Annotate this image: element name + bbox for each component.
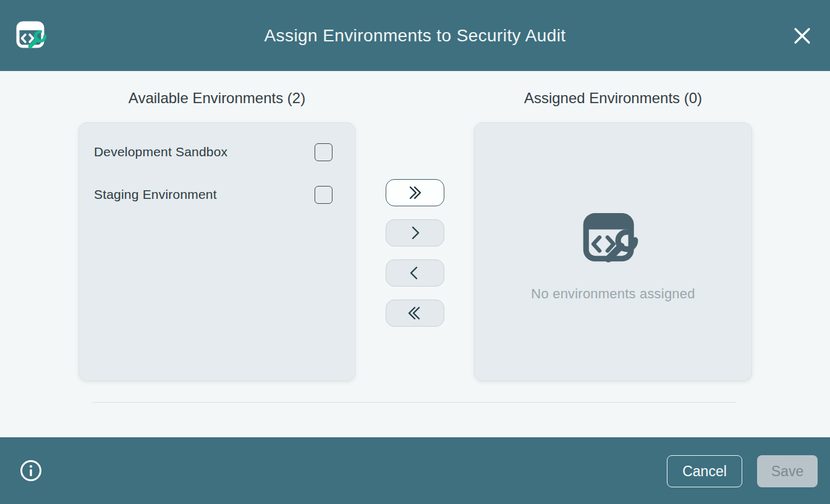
- assigned-environments-heading: Assigned Environments (0): [474, 90, 752, 107]
- divider: [93, 402, 737, 403]
- chevron-left-icon: [405, 265, 424, 281]
- footer-actions: Cancel Save: [667, 455, 818, 487]
- dialog-title: Assign Environments to Security Audit: [0, 26, 830, 46]
- info-icon[interactable]: [19, 459, 43, 482]
- close-icon[interactable]: [790, 24, 814, 48]
- list-item: Development Sandbox: [94, 143, 332, 161]
- assign-environments-dialog: Assign Environments to Security Audit Av…: [0, 0, 830, 504]
- double-chevron-left-icon: [405, 305, 424, 321]
- empty-state-text: No environments assigned: [531, 286, 695, 302]
- environment-label: Development Sandbox: [94, 145, 227, 159]
- dialog-body: Available Environments (2) Assigned Envi…: [0, 71, 830, 437]
- list-item: Staging Environment: [94, 185, 332, 204]
- move-all-left-button[interactable]: [386, 300, 444, 327]
- move-all-right-button[interactable]: [386, 179, 444, 206]
- move-left-button[interactable]: [386, 259, 444, 287]
- environment-checkbox[interactable]: [315, 143, 332, 161]
- environment-checkbox[interactable]: [315, 186, 332, 204]
- move-right-button[interactable]: [386, 219, 444, 246]
- assigned-environments-panel: No environments assigned: [474, 122, 752, 381]
- available-environments-heading: Available Environments (2): [78, 90, 355, 107]
- double-chevron-right-icon: [405, 185, 424, 201]
- dialog-footer: Cancel Save: [0, 437, 830, 504]
- cancel-button[interactable]: Cancel: [667, 455, 742, 487]
- chevron-right-icon: [405, 225, 424, 241]
- available-environments-panel: Development Sandbox Staging Environment: [78, 122, 355, 381]
- environment-label: Staging Environment: [94, 187, 217, 202]
- save-button[interactable]: Save: [757, 455, 818, 487]
- dialog-header: Assign Environments to Security Audit: [0, 0, 830, 71]
- transfer-buttons: [355, 122, 474, 381]
- code-window-wrench-icon: [579, 207, 647, 270]
